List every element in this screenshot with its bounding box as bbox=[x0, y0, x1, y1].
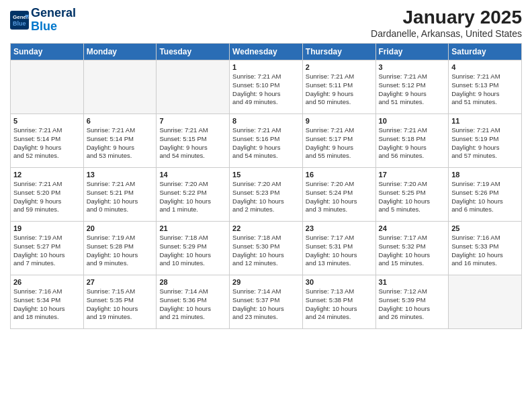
header-thursday: Thursday bbox=[302, 44, 375, 60]
day-number: 23 bbox=[306, 224, 373, 232]
calendar-cell: 7Sunrise: 7:21 AM Sunset: 5:15 PM Daylig… bbox=[157, 114, 230, 168]
day-info: Sunrise: 7:14 AM Sunset: 5:37 PM Dayligh… bbox=[232, 287, 300, 322]
day-info: Sunrise: 7:19 AM Sunset: 5:28 PM Dayligh… bbox=[87, 234, 154, 268]
calendar-week-row: 12Sunrise: 7:21 AM Sunset: 5:20 PM Dayli… bbox=[11, 168, 522, 222]
day-number: 21 bbox=[159, 224, 226, 232]
day-info: Sunrise: 7:21 AM Sunset: 5:15 PM Dayligh… bbox=[159, 126, 226, 161]
day-number: 8 bbox=[232, 117, 300, 125]
day-info: Sunrise: 7:12 AM Sunset: 5:39 PM Dayligh… bbox=[379, 287, 446, 322]
day-info: Sunrise: 7:21 AM Sunset: 5:10 PM Dayligh… bbox=[232, 73, 300, 107]
day-info: Sunrise: 7:21 AM Sunset: 5:14 PM Dayligh… bbox=[87, 126, 154, 161]
day-info: Sunrise: 7:21 AM Sunset: 5:21 PM Dayligh… bbox=[87, 180, 154, 214]
calendar-cell: 29Sunrise: 7:14 AM Sunset: 5:37 PM Dayli… bbox=[230, 275, 303, 329]
day-info: Sunrise: 7:17 AM Sunset: 5:32 PM Dayligh… bbox=[379, 234, 446, 268]
day-number: 27 bbox=[87, 278, 154, 286]
day-info: Sunrise: 7:15 AM Sunset: 5:35 PM Dayligh… bbox=[87, 287, 154, 322]
day-number: 17 bbox=[379, 171, 446, 179]
calendar-week-row: 26Sunrise: 7:16 AM Sunset: 5:34 PM Dayli… bbox=[11, 275, 522, 329]
day-info: Sunrise: 7:20 AM Sunset: 5:24 PM Dayligh… bbox=[306, 180, 373, 214]
calendar-cell: 17Sunrise: 7:20 AM Sunset: 5:25 PM Dayli… bbox=[375, 168, 449, 222]
day-number: 26 bbox=[13, 278, 81, 286]
day-number: 2 bbox=[306, 63, 373, 71]
header-wednesday: Wednesday bbox=[230, 44, 303, 60]
calendar-cell: 13Sunrise: 7:21 AM Sunset: 5:21 PM Dayli… bbox=[83, 168, 157, 222]
calendar-cell: 16Sunrise: 7:20 AM Sunset: 5:24 PM Dayli… bbox=[302, 168, 375, 222]
day-info: Sunrise: 7:21 AM Sunset: 5:19 PM Dayligh… bbox=[451, 126, 519, 161]
calendar-cell: 15Sunrise: 7:20 AM Sunset: 5:23 PM Dayli… bbox=[230, 168, 303, 222]
calendar-cell: 30Sunrise: 7:13 AM Sunset: 5:38 PM Dayli… bbox=[302, 275, 375, 329]
day-info: Sunrise: 7:16 AM Sunset: 5:33 PM Dayligh… bbox=[451, 234, 519, 268]
title-block: January 2025 Dardanelle, Arkansas, Unite… bbox=[371, 7, 522, 39]
calendar-cell: 20Sunrise: 7:19 AM Sunset: 5:28 PM Dayli… bbox=[83, 222, 157, 275]
calendar-cell: 31Sunrise: 7:12 AM Sunset: 5:39 PM Dayli… bbox=[375, 275, 449, 329]
calendar-cell: 28Sunrise: 7:14 AM Sunset: 5:36 PM Dayli… bbox=[157, 275, 230, 329]
day-number: 30 bbox=[306, 278, 373, 286]
calendar-cell: 10Sunrise: 7:21 AM Sunset: 5:18 PM Dayli… bbox=[375, 114, 449, 168]
day-info: Sunrise: 7:21 AM Sunset: 5:17 PM Dayligh… bbox=[306, 126, 373, 161]
day-info: Sunrise: 7:21 AM Sunset: 5:12 PM Dayligh… bbox=[379, 73, 446, 107]
calendar-cell: 3Sunrise: 7:21 AM Sunset: 5:12 PM Daylig… bbox=[375, 60, 449, 114]
day-info: Sunrise: 7:21 AM Sunset: 5:18 PM Dayligh… bbox=[379, 126, 446, 161]
day-number: 19 bbox=[13, 224, 81, 232]
day-info: Sunrise: 7:18 AM Sunset: 5:30 PM Dayligh… bbox=[232, 234, 300, 268]
month-title: January 2025 bbox=[371, 7, 522, 28]
calendar-cell bbox=[11, 60, 84, 114]
calendar-cell: 5Sunrise: 7:21 AM Sunset: 5:14 PM Daylig… bbox=[11, 114, 84, 168]
day-number: 7 bbox=[159, 117, 226, 125]
calendar-cell: 4Sunrise: 7:21 AM Sunset: 5:13 PM Daylig… bbox=[449, 60, 522, 114]
day-info: Sunrise: 7:20 AM Sunset: 5:22 PM Dayligh… bbox=[159, 180, 226, 214]
logo-icon: General Blue bbox=[10, 11, 29, 30]
header-tuesday: Tuesday bbox=[157, 44, 230, 60]
day-info: Sunrise: 7:21 AM Sunset: 5:13 PM Dayligh… bbox=[451, 73, 519, 107]
day-number: 28 bbox=[159, 278, 226, 286]
calendar-cell: 25Sunrise: 7:16 AM Sunset: 5:33 PM Dayli… bbox=[449, 222, 522, 275]
day-number: 14 bbox=[159, 171, 226, 179]
calendar-cell: 6Sunrise: 7:21 AM Sunset: 5:14 PM Daylig… bbox=[83, 114, 157, 168]
day-number: 4 bbox=[451, 63, 519, 71]
day-number: 31 bbox=[379, 278, 446, 286]
calendar-cell bbox=[83, 60, 157, 114]
day-number: 12 bbox=[13, 171, 81, 179]
day-info: Sunrise: 7:21 AM Sunset: 5:20 PM Dayligh… bbox=[13, 180, 81, 214]
calendar-cell: 12Sunrise: 7:21 AM Sunset: 5:20 PM Dayli… bbox=[11, 168, 84, 222]
day-number: 10 bbox=[379, 117, 446, 125]
day-info: Sunrise: 7:21 AM Sunset: 5:16 PM Dayligh… bbox=[232, 126, 300, 161]
header: General Blue GeneralBlue January 2025 Da… bbox=[10, 7, 522, 39]
calendar-cell: 14Sunrise: 7:20 AM Sunset: 5:22 PM Dayli… bbox=[157, 168, 230, 222]
day-info: Sunrise: 7:19 AM Sunset: 5:26 PM Dayligh… bbox=[451, 180, 519, 214]
day-number: 25 bbox=[451, 224, 519, 232]
calendar-cell: 1Sunrise: 7:21 AM Sunset: 5:10 PM Daylig… bbox=[230, 60, 303, 114]
day-number: 5 bbox=[13, 117, 81, 125]
calendar-cell: 8Sunrise: 7:21 AM Sunset: 5:16 PM Daylig… bbox=[230, 114, 303, 168]
logo: General Blue GeneralBlue bbox=[10, 7, 76, 34]
calendar-cell: 24Sunrise: 7:17 AM Sunset: 5:32 PM Dayli… bbox=[375, 222, 449, 275]
day-number: 22 bbox=[232, 224, 300, 232]
calendar-cell: 22Sunrise: 7:18 AM Sunset: 5:30 PM Dayli… bbox=[230, 222, 303, 275]
day-info: Sunrise: 7:21 AM Sunset: 5:14 PM Dayligh… bbox=[13, 126, 81, 161]
header-saturday: Saturday bbox=[449, 44, 522, 60]
calendar-cell: 26Sunrise: 7:16 AM Sunset: 5:34 PM Dayli… bbox=[11, 275, 84, 329]
day-number: 16 bbox=[306, 171, 373, 179]
calendar-cell: 21Sunrise: 7:18 AM Sunset: 5:29 PM Dayli… bbox=[157, 222, 230, 275]
day-number: 6 bbox=[87, 117, 154, 125]
calendar-week-row: 1Sunrise: 7:21 AM Sunset: 5:10 PM Daylig… bbox=[11, 60, 522, 114]
day-info: Sunrise: 7:19 AM Sunset: 5:27 PM Dayligh… bbox=[13, 234, 81, 268]
logo-text: GeneralBlue bbox=[31, 7, 76, 34]
day-info: Sunrise: 7:16 AM Sunset: 5:34 PM Dayligh… bbox=[13, 287, 81, 322]
calendar-cell bbox=[157, 60, 230, 114]
main-container: General Blue GeneralBlue January 2025 Da… bbox=[0, 0, 532, 336]
day-info: Sunrise: 7:14 AM Sunset: 5:36 PM Dayligh… bbox=[159, 287, 226, 322]
calendar-cell: 23Sunrise: 7:17 AM Sunset: 5:31 PM Dayli… bbox=[302, 222, 375, 275]
calendar-cell: 11Sunrise: 7:21 AM Sunset: 5:19 PM Dayli… bbox=[449, 114, 522, 168]
day-number: 24 bbox=[379, 224, 446, 232]
day-number: 13 bbox=[87, 171, 154, 179]
day-number: 18 bbox=[451, 171, 519, 179]
header-sunday: Sunday bbox=[11, 44, 84, 60]
weekday-header-row: Sunday Monday Tuesday Wednesday Thursday… bbox=[11, 44, 522, 60]
calendar-cell: 18Sunrise: 7:19 AM Sunset: 5:26 PM Dayli… bbox=[449, 168, 522, 222]
calendar-cell: 27Sunrise: 7:15 AM Sunset: 5:35 PM Dayli… bbox=[83, 275, 157, 329]
day-info: Sunrise: 7:20 AM Sunset: 5:23 PM Dayligh… bbox=[232, 180, 300, 214]
calendar-cell: 9Sunrise: 7:21 AM Sunset: 5:17 PM Daylig… bbox=[302, 114, 375, 168]
day-info: Sunrise: 7:21 AM Sunset: 5:11 PM Dayligh… bbox=[306, 73, 373, 107]
day-number: 9 bbox=[306, 117, 373, 125]
